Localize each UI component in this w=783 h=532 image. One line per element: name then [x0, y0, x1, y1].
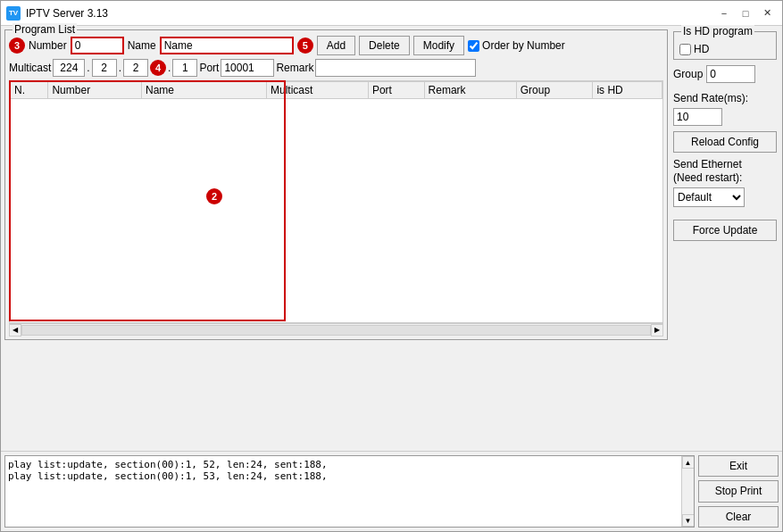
reload-config-button[interactable]: Reload Config [673, 131, 777, 153]
col-n: N. [11, 82, 48, 99]
log-box: play list:update, section(00):1, 52, len… [4, 455, 695, 528]
maximize-button[interactable]: □ [736, 5, 755, 21]
is-hd-label: Is HD program [681, 25, 754, 37]
group-input[interactable] [706, 65, 755, 83]
scroll-right-arrow[interactable]: ▶ [651, 324, 663, 337]
multicast-seg2[interactable] [92, 59, 117, 77]
clear-button[interactable]: Clear [698, 506, 779, 528]
name-input[interactable] [160, 37, 294, 54]
col-port: Port [368, 82, 424, 99]
title-bar: TV IPTV Server 3.13 − □ ✕ [1, 1, 782, 26]
send-rate-label: Send Rate(ms): [673, 92, 777, 106]
send-ethernet-label: Send Ethernet(Need restart): [673, 158, 777, 186]
col-remark: Remark [424, 82, 516, 99]
badge-3: 3 [9, 37, 25, 54]
col-ishd: is HD [593, 82, 662, 99]
table-outline: N. Number Name Multicast Port Remark Gro… [9, 80, 663, 323]
multicast-seg3[interactable] [123, 59, 148, 77]
right-panel: Is HD program HD Group Send Rate(ms): Re… [671, 29, 779, 447]
badge-5: 5 [297, 37, 313, 54]
scroll-left-arrow[interactable]: ◀ [9, 324, 21, 337]
multicast-seg1[interactable] [53, 59, 85, 77]
horizontal-scrollbar[interactable]: ◀ ▶ [9, 323, 663, 336]
hd-checkbox[interactable] [679, 44, 691, 55]
col-number: Number [48, 82, 142, 99]
multicast-seg4[interactable] [172, 59, 197, 77]
program-list-group: Program List 3 Number Name 5 Add Delete … [4, 29, 668, 340]
delete-button[interactable]: Delete [359, 36, 410, 55]
minimize-button[interactable]: − [714, 5, 734, 21]
port-input[interactable] [221, 59, 274, 77]
program-table: N. Number Name Multicast Port Remark Gro… [10, 81, 662, 99]
hd-checkbox-label[interactable]: HD [679, 43, 771, 55]
add-button[interactable]: Add [317, 36, 355, 55]
log-scroll-down[interactable]: ▼ [682, 514, 695, 527]
remark-input[interactable] [315, 59, 476, 77]
log-line-1: play list:update, section(00):1, 52, len… [8, 459, 691, 470]
main-window: TV IPTV Server 3.13 − □ ✕ Program List 3… [0, 0, 783, 532]
exit-button[interactable]: Exit [698, 455, 779, 477]
col-multicast: Multicast [266, 82, 368, 99]
window-controls: − □ ✕ [714, 5, 777, 21]
table-container[interactable]: N. Number Name Multicast Port Remark Gro… [9, 80, 663, 323]
remark-label: Remark [276, 62, 313, 74]
number-input[interactable] [71, 37, 124, 54]
window-title: IPTV Server 3.13 [26, 7, 714, 20]
left-panel: Program List 3 Number Name 5 Add Delete … [4, 29, 668, 447]
log-line-2: play list:update, section(00):1, 53, len… [8, 470, 691, 482]
number-label: Number [29, 39, 67, 52]
program-list-label: Program List [12, 23, 77, 36]
badge-2: 2 [206, 188, 222, 204]
group-label: Group [673, 68, 703, 80]
group-field: Group [673, 65, 777, 83]
col-name: Name [141, 82, 266, 99]
app-icon: TV [6, 6, 21, 21]
force-update-button[interactable]: Force Update [673, 220, 777, 241]
multicast-row: Multicast . . 4 . Port Remark [9, 59, 663, 77]
send-rate-input[interactable] [673, 108, 722, 126]
table-header-row: N. Number Name Multicast Port Remark Gro… [11, 82, 662, 99]
name-label: Name [128, 39, 156, 52]
ethernet-select[interactable]: Default [673, 187, 745, 207]
order-by-number-checkbox[interactable] [468, 40, 479, 52]
col-group: Group [516, 82, 593, 99]
scroll-track[interactable] [21, 325, 651, 336]
is-hd-group: Is HD program HD [673, 31, 777, 60]
close-button[interactable]: ✕ [757, 5, 777, 21]
stop-print-button[interactable]: Stop Print [698, 480, 779, 502]
badge-4: 4 [150, 60, 166, 76]
toolbar-row-1: 3 Number Name 5 Add Delete Modify Order … [9, 36, 663, 55]
port-label: Port [199, 62, 219, 74]
order-by-number-label[interactable]: Order by Number [468, 39, 565, 52]
modify-button[interactable]: Modify [413, 36, 464, 55]
log-scrollbar[interactable]: ▲ ▼ [681, 456, 694, 527]
bottom-buttons: Exit Stop Print Clear [698, 455, 779, 528]
bottom-area: play list:update, section(00):1, 52, len… [1, 451, 782, 531]
log-scroll-up[interactable]: ▲ [682, 456, 695, 469]
main-content: Program List 3 Number Name 5 Add Delete … [1, 26, 782, 451]
multicast-label: Multicast [9, 62, 51, 74]
send-rate-section: Send Rate(ms): [673, 92, 777, 126]
send-ethernet-section: Send Ethernet(Need restart): Default [673, 158, 777, 207]
